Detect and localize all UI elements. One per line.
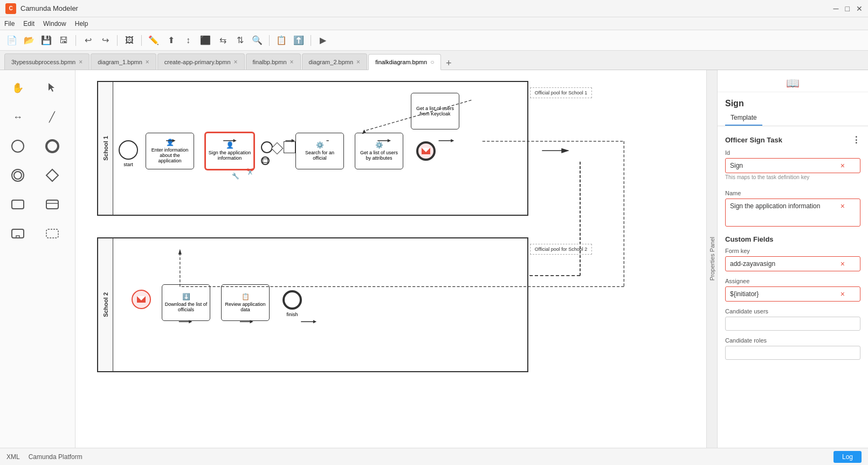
- save-file-btn[interactable]: 💾: [39, 33, 54, 48]
- menu-edit[interactable]: Edit: [23, 20, 35, 28]
- candidate-roles-input[interactable]: [725, 346, 860, 360]
- hand-tool[interactable]: ✋: [4, 74, 31, 101]
- dist-v-btn[interactable]: ⇅: [232, 33, 247, 48]
- assignee-input[interactable]: ${initiator} ×: [725, 286, 860, 302]
- close-btn[interactable]: ✕: [856, 4, 863, 13]
- dot-circle-tool[interactable]: [4, 162, 31, 189]
- new-file-btn[interactable]: 📄: [4, 33, 19, 48]
- candidate-users-input[interactable]: [725, 317, 860, 331]
- menu-help[interactable]: Help: [75, 20, 88, 28]
- candidate-roles-field-group: Candidate roles: [718, 335, 868, 364]
- name-input[interactable]: Sign the application information ×: [725, 199, 860, 227]
- tab-finalbp[interactable]: finalbp.bpmn ×: [246, 53, 301, 70]
- pool2-label-text: School 2: [102, 292, 109, 317]
- connect-tool[interactable]: ╱: [39, 104, 66, 131]
- start-event[interactable]: [119, 140, 138, 160]
- align-mid-btn[interactable]: ↕: [181, 33, 196, 48]
- copy-btn[interactable]: 📋: [274, 33, 289, 48]
- app-title: Camunda Modeler: [20, 4, 78, 12]
- form-key-clear-btn[interactable]: ×: [841, 259, 845, 268]
- int-event-2[interactable]: [261, 156, 270, 165]
- edit-group-btn[interactable]: ✏️: [146, 33, 161, 48]
- align-top-btn[interactable]: ⬆: [163, 33, 178, 48]
- maximize-btn[interactable]: □: [845, 4, 850, 13]
- wrench-icon: 🔧: [232, 173, 239, 180]
- tab-diagram1[interactable]: diagram_1.bpmn ×: [91, 53, 156, 70]
- task-get-users-attrs[interactable]: ⚙️ Get a list of users by attributes: [355, 133, 403, 169]
- upload-btn[interactable]: ⬆️: [291, 33, 306, 48]
- xml-btn[interactable]: XML: [6, 453, 20, 461]
- image-btn[interactable]: 🖼: [122, 33, 137, 48]
- open-file-btn[interactable]: 📂: [22, 33, 37, 48]
- tab-close-5[interactable]: ×: [356, 58, 360, 66]
- bpmn-canvas[interactable]: School 1 start 👤 Enter information about…: [75, 70, 706, 448]
- space-tool[interactable]: ↔: [4, 104, 31, 131]
- tab-close-3[interactable]: ×: [234, 58, 238, 66]
- tab-create-app[interactable]: create-app-primary.bpmn ×: [157, 53, 245, 70]
- circle-tool[interactable]: [4, 133, 31, 160]
- sep1: [75, 35, 76, 46]
- assignee-value: ${initiator}: [730, 290, 841, 298]
- assignee-label: Assignee: [725, 278, 860, 284]
- tab-close-2[interactable]: ×: [146, 58, 149, 66]
- tab-close-1[interactable]: ×: [79, 58, 82, 66]
- menu-file[interactable]: File: [4, 20, 15, 28]
- tab-diagram2[interactable]: diagram_2.bpmn ×: [302, 53, 368, 70]
- pool1-label-bar: School 1: [98, 82, 113, 215]
- props-collapse-bar[interactable]: Properties Panel: [706, 70, 717, 448]
- task-review-app-data[interactable]: 📋 Review application data: [221, 284, 270, 321]
- thick-circle-tool[interactable]: [39, 133, 66, 160]
- redo-btn[interactable]: ↪: [98, 33, 113, 48]
- section-officer-sign-task: Officer Sign Task ⋮: [718, 131, 868, 147]
- candidate-users-field-group: Candidate users: [718, 306, 868, 335]
- tab-template[interactable]: Template: [725, 111, 762, 126]
- id-clear-btn[interactable]: ×: [841, 161, 845, 170]
- svg-rect-9: [16, 236, 19, 238]
- properties-panel: 📖 Sign Template Officer Sign Task ⋮ Id S…: [717, 70, 868, 448]
- task-sign-app[interactable]: 👤 Sign the application information: [205, 132, 254, 170]
- finish-label: finish: [279, 312, 306, 317]
- scissors-icon: ✂️: [246, 168, 254, 175]
- form-key-input[interactable]: add-zayavasign ×: [725, 256, 860, 271]
- gateway-1[interactable]: [271, 142, 284, 155]
- task-search-official[interactable]: ⚙️ Search for an official: [295, 133, 344, 169]
- task-enter-info[interactable]: 👤 Enter information about the applicatio…: [146, 133, 194, 169]
- dist-h-btn[interactable]: ⇆: [215, 33, 230, 48]
- task-download-officials[interactable]: ⬇️ Download the list of officials: [162, 284, 210, 321]
- tab-3typessubprocess[interactable]: 3typessubprocess.bpmn ×: [4, 53, 89, 70]
- pool2-label-bar: School 2: [98, 238, 113, 371]
- menu-window[interactable]: Window: [43, 20, 66, 28]
- message-start-event[interactable]: [132, 290, 151, 309]
- select-tool[interactable]: [39, 74, 66, 101]
- task-tool[interactable]: [4, 191, 31, 218]
- assignee-field-group: Assignee ${initiator} ×: [718, 276, 868, 306]
- name-clear-btn[interactable]: ×: [841, 202, 845, 210]
- task-get-users-keycloak[interactable]: Get a list of users from Keycloak: [411, 93, 459, 129]
- log-btn[interactable]: Log: [833, 451, 862, 463]
- add-tab-btn[interactable]: +: [442, 57, 455, 70]
- minimize-btn[interactable]: ─: [833, 4, 839, 13]
- save-as-btn[interactable]: 🖫: [56, 33, 71, 48]
- collapsed-tool[interactable]: [39, 220, 66, 247]
- finish-event[interactable]: [283, 290, 302, 310]
- tab-bar: 3typessubprocess.bpmn × diagram_1.bpmn ×…: [0, 51, 868, 70]
- tab-close-4[interactable]: ×: [290, 58, 294, 66]
- align-h-btn[interactable]: ⬛: [198, 33, 213, 48]
- deploy-btn[interactable]: ▶: [315, 33, 330, 48]
- diamond-tool[interactable]: [39, 162, 66, 189]
- title-bar: C Camunda Modeler ─ □ ✕: [0, 0, 868, 17]
- id-input[interactable]: Sign ×: [725, 158, 860, 173]
- sep2: [117, 35, 118, 46]
- undo-btn[interactable]: ↩: [80, 33, 95, 48]
- tab-finalkdiagram[interactable]: finalkdiagram.bpmn ○: [368, 54, 441, 70]
- end-message-event[interactable]: [416, 141, 436, 161]
- tab-close-6[interactable]: ○: [430, 58, 434, 66]
- zoom-btn[interactable]: 🔍: [250, 33, 265, 48]
- svg-point-0: [12, 140, 24, 152]
- subprocess-tool[interactable]: [4, 220, 31, 247]
- shape-1[interactable]: [284, 141, 295, 153]
- panel-tabs: Template: [718, 111, 868, 126]
- section-more-btn[interactable]: ⋮: [852, 135, 860, 145]
- data-store-tool[interactable]: [39, 191, 66, 218]
- assignee-clear-btn[interactable]: ×: [841, 290, 845, 298]
